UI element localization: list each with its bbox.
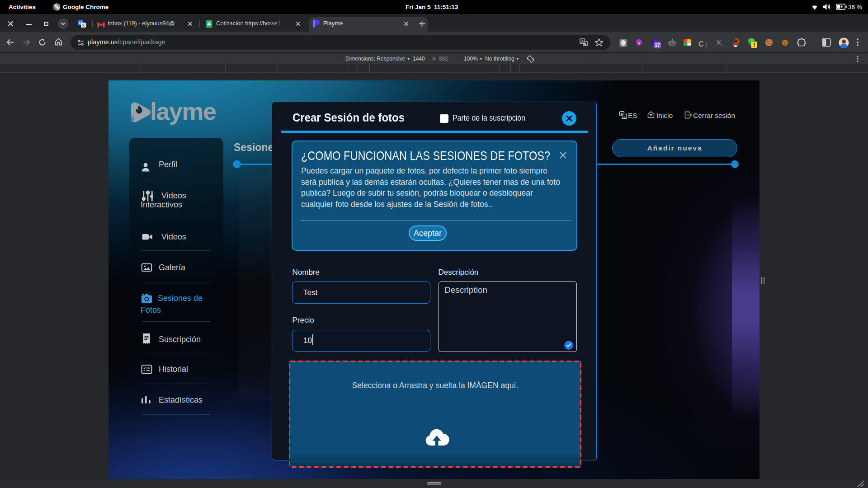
svg-text:x: x: [82, 23, 85, 28]
svg-text:layme: layme: [150, 99, 216, 125]
svg-text:C: C: [721, 43, 723, 47]
svg-text:17: 17: [655, 42, 660, 48]
svg-text:A: A: [581, 39, 584, 44]
svg-text:A: A: [621, 112, 623, 116]
